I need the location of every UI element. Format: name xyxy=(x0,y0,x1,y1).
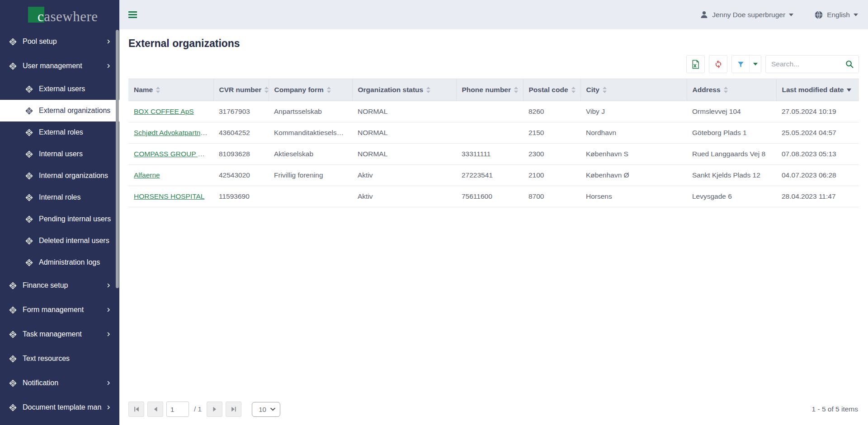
diamond-icon xyxy=(9,331,17,338)
organization-link[interactable]: BOX COFFEE ApS xyxy=(134,107,194,115)
diamond-icon xyxy=(25,215,33,223)
organizations-table: NameCVR numberCompany formOrganization s… xyxy=(128,79,859,207)
cell-postal-code: 2300 xyxy=(523,144,580,165)
excel-export-icon xyxy=(691,60,700,69)
organization-link[interactable]: HORSENS HOSPITAL xyxy=(134,192,204,200)
cell-organization-status: NORMAL xyxy=(352,122,456,144)
table-row: BOX COFFEE ApS31767903AnpartsselskabNORM… xyxy=(128,101,859,122)
diamond-icon xyxy=(9,282,17,290)
cell-company-form xyxy=(269,186,352,207)
sidebar-item-pool-setup[interactable]: Pool setup xyxy=(0,29,119,54)
column-header-phone-number[interactable]: Phone number xyxy=(456,79,523,101)
cell-address: Ormslevvej 104 xyxy=(687,101,776,122)
column-header-last-modified-date[interactable]: Last modified date xyxy=(776,79,859,101)
cell-cvr-number: 81093628 xyxy=(213,144,269,165)
cell-cvr-number: 31767903 xyxy=(213,101,269,122)
last-page-button[interactable] xyxy=(226,402,241,417)
page-number-input[interactable] xyxy=(166,402,189,417)
diamond-icon xyxy=(25,194,33,201)
table-row: HORSENS HOSPITAL11593690Aktiv75611600870… xyxy=(128,186,859,207)
sidebar-item-navigation[interactable]: Navigation xyxy=(0,420,119,425)
sidebar-item-internal-roles[interactable]: Internal roles xyxy=(0,187,119,208)
page-size-select[interactable]: 10 xyxy=(252,402,280,417)
sidebar-item-user-management[interactable]: User management xyxy=(0,54,119,78)
sidebar-scrollbar[interactable] xyxy=(116,30,119,288)
cell-name: HORSENS HOSPITAL xyxy=(128,186,213,207)
sidebar-item-label: Pool setup xyxy=(23,37,102,46)
sidebar-item-label: Form management xyxy=(23,306,102,314)
sidebar-item-external-organizations[interactable]: External organizations xyxy=(0,100,119,121)
filter-button[interactable] xyxy=(732,56,749,73)
language-menu[interactable]: English xyxy=(814,10,858,19)
column-header-organization-status[interactable]: Organization status xyxy=(352,79,456,101)
sidebar-item-finance-setup[interactable]: Finance setup xyxy=(0,273,119,298)
sort-desc-icon xyxy=(847,89,851,92)
filter-split-button xyxy=(731,55,761,73)
cell-city: Nordhavn xyxy=(580,122,687,144)
sidebar-item-document-template-man[interactable]: Document template man... xyxy=(0,395,119,420)
next-page-button[interactable] xyxy=(207,402,222,417)
diamond-icon xyxy=(25,150,33,158)
sidebar-item-internal-users[interactable]: Internal users xyxy=(0,143,119,165)
table-row: COMPASS GROUP DAN...81093628Aktieselskab… xyxy=(128,144,859,165)
search-input[interactable] xyxy=(771,60,845,68)
filter-icon xyxy=(737,61,745,68)
table-toolbar xyxy=(128,55,859,73)
chevron-right-icon xyxy=(106,405,111,410)
page-size-value: 10 xyxy=(259,406,266,413)
sidebar-item-notification[interactable]: Notification xyxy=(0,371,119,395)
user-menu[interactable]: Jenny Doe superbruger xyxy=(700,10,793,19)
cell-phone-number: 27223541 xyxy=(456,165,523,186)
column-label: City xyxy=(586,86,599,94)
items-summary: 1 - 5 of 5 items xyxy=(811,405,858,413)
cell-organization-status: NORMAL xyxy=(352,144,456,165)
column-header-address[interactable]: Address xyxy=(687,79,776,101)
sidebar-item-external-users[interactable]: External users xyxy=(0,78,119,100)
brand-logo[interactable]: casewhere xyxy=(0,0,119,29)
filter-dropdown-button[interactable] xyxy=(749,56,761,73)
cell-postal-code: 2100 xyxy=(523,165,580,186)
organization-link[interactable]: COMPASS GROUP DAN... xyxy=(134,150,213,158)
sidebar-item-label: Pending internal users xyxy=(39,215,111,223)
chevron-right-icon xyxy=(106,332,111,337)
sidebar-item-label: External users xyxy=(39,85,111,93)
page-content: External organizations xyxy=(119,29,868,425)
sidebar-item-form-management[interactable]: Form management xyxy=(0,298,119,322)
cell-address: Levysgade 6 xyxy=(687,186,776,207)
sort-icon xyxy=(156,87,160,93)
column-header-city[interactable]: City xyxy=(580,79,687,101)
sidebar-item-label: External organizations xyxy=(39,107,111,115)
cell-city: Viby J xyxy=(580,101,687,122)
sidebar-item-administration-logs[interactable]: Administration logs xyxy=(0,252,119,273)
export-excel-button[interactable] xyxy=(686,55,705,73)
sidebar-item-label: Finance setup xyxy=(23,281,102,290)
previous-page-button[interactable] xyxy=(147,402,163,417)
sidebar: casewhere Pool setupUser managementExter… xyxy=(0,0,119,425)
cell-address: Rued Langgaards Vej 8 xyxy=(687,144,776,165)
table-footer: / 1 10 1 - 5 of 5 items xyxy=(128,402,859,420)
column-header-postal-code[interactable]: Postal code xyxy=(523,79,580,101)
sort-icon xyxy=(426,87,430,93)
sidebar-item-text-resources[interactable]: Text resources xyxy=(0,346,119,371)
first-page-button[interactable] xyxy=(128,402,144,417)
column-header-name[interactable]: Name xyxy=(128,79,213,101)
cell-phone-number xyxy=(456,101,523,122)
caret-down-icon xyxy=(753,63,758,65)
cell-company-form: Aktieselskab xyxy=(269,144,352,165)
sort-icon xyxy=(514,87,518,93)
refresh-button[interactable] xyxy=(709,55,727,73)
sidebar-item-internal-organizations[interactable]: Internal organizations xyxy=(0,165,119,187)
sidebar-item-external-roles[interactable]: External roles xyxy=(0,121,119,143)
search-icon[interactable] xyxy=(845,60,854,69)
column-header-company-form[interactable]: Company form xyxy=(269,79,352,101)
sidebar-item-deleted-internal-users[interactable]: Deleted internal users xyxy=(0,230,119,252)
sidebar-item-task-management[interactable]: Task management xyxy=(0,322,119,346)
organization-link[interactable]: Schjødt Advokatpartners... xyxy=(134,129,213,136)
sidebar-item-label: Internal organizations xyxy=(39,172,111,180)
sidebar-item-pending-internal-users[interactable]: Pending internal users xyxy=(0,208,119,230)
sidebar-item-label: External roles xyxy=(39,128,111,136)
column-header-cvr-number[interactable]: CVR number xyxy=(213,79,269,101)
sidebar-item-label: User management xyxy=(23,62,102,70)
hamburger-menu-icon[interactable] xyxy=(128,11,137,18)
organization-link[interactable]: Alfaerne xyxy=(134,171,160,179)
